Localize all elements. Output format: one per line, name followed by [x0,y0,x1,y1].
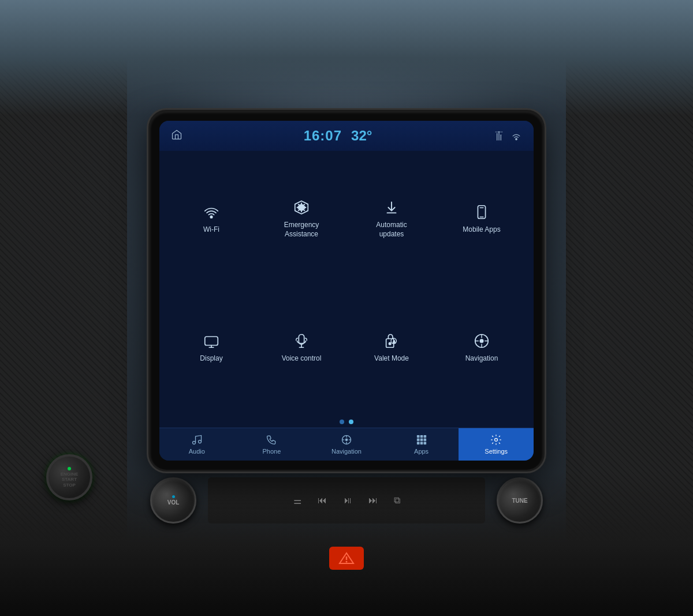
media-controls: ⚌ ⏮ ⏯ ⏭ ⧉ [208,477,485,524]
svg-point-48 [346,561,348,563]
mobile-apps-label: Mobile Apps [463,225,500,235]
voice-control-button[interactable]: Voice control [259,286,344,411]
svg-point-23 [480,340,483,343]
svg-point-21 [389,343,391,345]
svg-rect-41 [424,439,426,440]
navigation-nav-label: Navigation [331,448,362,455]
engine-label-line3: STOP [63,483,76,488]
audio-icon [191,434,203,446]
signal-icon [493,130,505,142]
display-icon [203,332,220,350]
settings-grid: Wi-Fi EmergencyAssistance [159,151,534,416]
voice-control-label: Voice control [282,354,322,363]
wifi-icon [203,203,220,221]
automatic-updates-button[interactable]: Automaticupdates [349,157,434,281]
screen-button[interactable]: ⧉ [390,493,404,508]
svg-rect-37 [420,436,422,437]
svg-rect-38 [424,436,426,437]
engine-label-line2: START [62,477,77,483]
voice-icon [293,332,310,350]
svg-rect-43 [420,442,422,444]
hazard-button[interactable] [329,547,364,570]
navigation-grid-button[interactable]: Navigation [439,286,524,411]
svg-rect-42 [417,442,419,444]
updates-label: Automaticupdates [376,221,407,239]
audio-nav-label: Audio [189,448,205,455]
svg-rect-13 [205,337,218,346]
eq-button[interactable]: ⚌ [290,493,305,509]
svg-text:A: A [393,340,396,344]
temperature-display: 32° [351,128,372,144]
svg-rect-44 [424,442,426,444]
nav-navigation[interactable]: Navigation [309,428,384,461]
nav-apps[interactable]: Apps [384,428,459,461]
phone-nav-label: Phone [262,448,281,455]
navigation-grid-icon [473,332,490,350]
wifi-label: Wi-Fi [203,225,219,235]
emergency-label: EmergencyAssistance [284,221,319,239]
svg-point-45 [495,439,498,441]
wifi-header-icon [511,130,522,142]
valet-mode-button[interactable]: A Valet Mode [349,286,434,411]
settings-icon [490,434,502,446]
page-indicator [159,416,534,428]
vol-label: VOL [167,499,180,506]
header-left [171,129,182,143]
nav-settings[interactable]: Settings [459,428,534,461]
bottom-navigation-bar: Audio Phone Navigation [159,428,534,461]
svg-rect-39 [417,439,419,440]
infotainment-screen: 16:07 32° [159,121,534,461]
page-dot-2[interactable] [349,420,353,424]
engine-label-line1: ENGINE [61,472,79,477]
emergency-icon [293,199,310,216]
display-button[interactable]: Display [169,286,254,411]
engine-start-stop-button[interactable]: ENGINE START STOP [46,454,92,500]
settings-nav-label: Settings [485,448,508,455]
phone-icon [266,434,277,446]
svg-point-4 [210,216,213,218]
tune-label: TUNE [512,498,527,504]
physical-controls-area: VOL ⚌ ⏮ ⏯ ⏭ ⧉ TUNE [150,477,543,524]
prev-button[interactable]: ⏮ [314,493,330,508]
apps-nav-label: Apps [414,448,429,455]
volume-knob[interactable]: VOL [150,477,196,524]
display-label: Display [200,354,222,363]
wifi-button[interactable]: Wi-Fi [169,157,254,281]
mobile-icon [473,203,490,221]
dashboard-top-area [0,0,693,116]
nav-phone[interactable]: Phone [234,428,310,461]
updates-icon [383,199,400,216]
valet-icon: A [383,332,400,350]
svg-point-28 [192,441,195,444]
valet-mode-label: Valet Mode [374,354,409,363]
hazard-icon [338,551,355,565]
apps-icon [416,434,427,446]
mobile-apps-button[interactable]: Mobile Apps [439,157,524,281]
nav-icon [341,434,352,446]
svg-rect-40 [420,439,422,440]
engine-indicator-dot [68,467,71,470]
tune-knob[interactable]: TUNE [497,477,543,524]
svg-point-31 [345,439,347,440]
header-right [493,130,522,142]
nav-audio[interactable]: Audio [159,428,234,461]
page-dot-1[interactable] [340,420,344,424]
home-icon[interactable] [171,129,182,143]
svg-point-29 [198,440,201,443]
emergency-assistance-button[interactable]: EmergencyAssistance [259,157,344,281]
navigation-grid-label: Navigation [465,354,498,363]
svg-rect-36 [417,436,419,437]
time-display: 16:07 [304,128,342,144]
home-svg-icon [171,129,182,140]
svg-point-3 [516,139,517,140]
header-bar: 16:07 32° [159,121,534,151]
play-pause-button[interactable]: ⏯ [340,493,356,508]
vol-power-dot [172,495,175,498]
next-button[interactable]: ⏭ [365,493,381,508]
header-center: 16:07 32° [304,128,372,144]
infotainment-screen-housing: 16:07 32° [150,112,543,470]
